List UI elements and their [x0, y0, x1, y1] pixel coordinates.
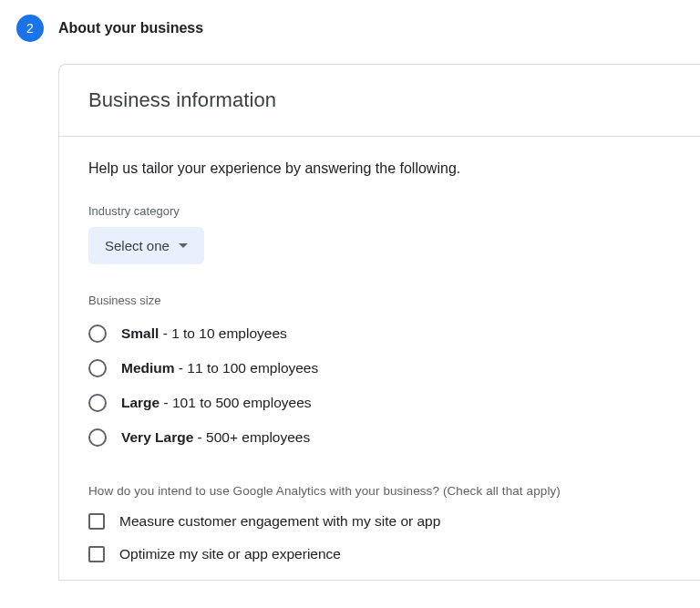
size-option-label: Small - 1 to 10 employees	[121, 325, 287, 342]
usage-option-optimize[interactable]: Optimize my site or app experience	[88, 538, 671, 571]
step-header: 2 About your business	[0, 0, 700, 64]
radio-icon	[88, 359, 107, 377]
usage-option-label: Optimize my site or app experience	[119, 546, 341, 562]
business-size-group: Small - 1 to 10 employees Medium - 11 to…	[88, 316, 671, 455]
usage-label: How do you intend to use Google Analytic…	[88, 484, 671, 498]
size-option-very-large[interactable]: Very Large - 500+ employees	[88, 420, 671, 455]
checkbox-icon	[88, 546, 105, 562]
industry-label: Industry category	[88, 204, 671, 218]
page-root: 2 About your business Business informati…	[0, 0, 700, 581]
radio-icon	[88, 325, 107, 343]
step-title: About your business	[58, 20, 203, 36]
radio-icon	[88, 394, 107, 412]
chevron-down-icon	[179, 243, 188, 248]
usage-group: Measure customer engagement with my site…	[88, 505, 671, 571]
size-option-label: Very Large - 500+ employees	[121, 429, 310, 446]
checkbox-icon	[88, 513, 105, 530]
card-body: Help us tailor your experience by answer…	[59, 137, 700, 580]
business-size-label: Business size	[88, 294, 671, 307]
size-option-label: Medium - 11 to 100 employees	[121, 360, 318, 376]
size-option-large[interactable]: Large - 101 to 500 employees	[88, 386, 671, 420]
usage-option-engagement[interactable]: Measure customer engagement with my site…	[88, 505, 671, 538]
radio-icon	[88, 428, 107, 447]
intro-text: Help us tailor your experience by answer…	[88, 160, 671, 177]
industry-dropdown[interactable]: Select one	[88, 227, 204, 264]
card-header: Business information	[59, 65, 700, 137]
business-info-card: Business information Help us tailor your…	[58, 64, 700, 581]
size-option-label: Large - 101 to 500 employees	[121, 395, 312, 411]
card-title: Business information	[88, 88, 671, 112]
usage-option-label: Measure customer engagement with my site…	[119, 513, 440, 530]
industry-selected: Select one	[105, 238, 170, 253]
size-option-medium[interactable]: Medium - 11 to 100 employees	[88, 351, 671, 386]
step-number-badge: 2	[16, 15, 44, 42]
size-option-small[interactable]: Small - 1 to 10 employees	[88, 316, 671, 351]
